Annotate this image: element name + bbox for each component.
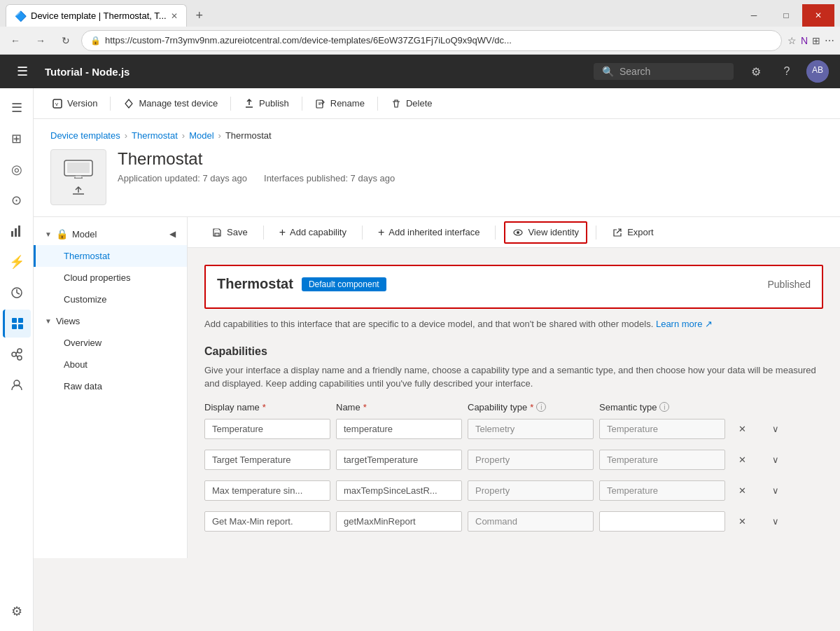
nav-model-section[interactable]: ▼ 🔒 Model ◀ xyxy=(34,223,187,245)
version-button[interactable]: v Version xyxy=(45,94,104,113)
maximize-button[interactable]: □ xyxy=(770,4,802,27)
sidebar-item-device-templates[interactable] xyxy=(3,310,31,338)
semantic-type-info-icon[interactable]: i xyxy=(659,402,669,412)
learn-more-link[interactable]: Learn more ↗ xyxy=(656,319,713,329)
nav-item-overview[interactable]: Overview xyxy=(34,332,187,354)
capability-type-input-0[interactable] xyxy=(468,419,594,439)
add-capability-plus-icon: + xyxy=(279,226,286,239)
manage-test-device-button[interactable]: Manage test device xyxy=(116,94,225,113)
nav-item-raw-data[interactable]: Raw data xyxy=(34,375,187,397)
expand-row-3-button[interactable]: ∨ xyxy=(764,511,787,533)
avatar[interactable] xyxy=(806,60,829,83)
name-input-1[interactable] xyxy=(336,450,462,470)
sidebar-item-administration[interactable] xyxy=(3,371,31,399)
views-section-label: Views xyxy=(56,316,80,326)
semantic-type-input-3[interactable] xyxy=(599,511,725,532)
publish-icon xyxy=(244,98,255,109)
onenote-icon[interactable]: N xyxy=(801,35,808,46)
sidebar-item-analytics[interactable] xyxy=(3,217,31,245)
breadcrumb-device-templates[interactable]: Device templates xyxy=(50,130,120,141)
delete-row-2-button[interactable]: ✕ xyxy=(731,480,753,502)
sidebar-item-settings-bottom[interactable]: ⚙ xyxy=(3,597,31,625)
svg-rect-7 xyxy=(18,318,23,323)
browser-tab[interactable]: 🔷 Device template | Thermostat, T... ✕ xyxy=(6,4,187,27)
right-panel: Save + Add capability + Add inherited in… xyxy=(188,217,840,558)
action-sep-3 xyxy=(495,226,496,240)
sidebar-item-menu[interactable]: ☰ xyxy=(3,94,31,122)
nav-item-thermostat[interactable]: Thermostat xyxy=(34,245,187,267)
capability-type-input-1[interactable] xyxy=(468,450,594,470)
sidebar-item-rules[interactable]: ⚡ xyxy=(3,248,31,276)
view-identity-button[interactable]: View identity xyxy=(504,221,587,244)
capability-type-input-3[interactable] xyxy=(468,511,594,532)
component-box: Thermostat Default component Published xyxy=(204,265,823,309)
expand-row-2-button[interactable]: ∨ xyxy=(764,480,787,502)
forward-button[interactable]: → xyxy=(31,31,50,50)
search-input[interactable] xyxy=(620,66,724,77)
display-name-input-1[interactable] xyxy=(204,450,330,470)
device-upload-icon xyxy=(70,184,87,195)
svg-rect-6 xyxy=(12,318,17,323)
nav-item-customize[interactable]: Customize xyxy=(34,289,187,310)
nav-item-cloud-properties[interactable]: Cloud properties xyxy=(34,267,187,289)
capability-type-info-icon[interactable]: i xyxy=(536,402,546,412)
breadcrumb-thermostat[interactable]: Thermostat xyxy=(132,130,178,141)
breadcrumb-model[interactable]: Model xyxy=(189,130,214,141)
new-tab-button[interactable]: + xyxy=(190,6,209,25)
display-name-input-0[interactable] xyxy=(204,419,330,439)
nav-views-section[interactable]: ▼ Views xyxy=(34,310,187,332)
minimize-button[interactable]: ─ xyxy=(738,4,770,27)
collections-icon[interactable]: ⊞ xyxy=(812,35,820,46)
delete-row-3-button[interactable]: ✕ xyxy=(731,511,753,533)
name-input-3[interactable] xyxy=(336,511,462,532)
add-capability-button[interactable]: + Add capability xyxy=(272,222,354,243)
expand-row-1-button[interactable]: ∨ xyxy=(764,449,787,471)
display-name-input-3[interactable] xyxy=(204,511,330,532)
svg-rect-0 xyxy=(11,231,13,237)
save-button[interactable]: Save xyxy=(204,223,255,242)
capability-row-command: ✕ ∨ xyxy=(204,511,823,533)
expand-row-0-button[interactable]: ∨ xyxy=(764,418,787,441)
sidebar-item-jobs[interactable] xyxy=(3,279,31,307)
close-button[interactable]: ✕ xyxy=(802,4,834,27)
address-bar[interactable]: 🔒 https://custom-7rn3ymv9nm.azureiotcent… xyxy=(81,30,782,51)
col-name: Name * xyxy=(336,402,462,412)
rename-button[interactable]: Rename xyxy=(308,94,372,113)
export-button[interactable]: Export xyxy=(605,223,661,242)
nav-collapse-button[interactable]: ◀ xyxy=(169,229,176,239)
sidebar-item-device-groups[interactable]: ⊙ xyxy=(3,186,31,214)
delete-row-0-button[interactable]: ✕ xyxy=(731,418,753,441)
back-button[interactable]: ← xyxy=(6,31,25,50)
settings-icon[interactable]: ⚙ xyxy=(745,60,767,83)
breadcrumb-current: Thermostat xyxy=(225,130,272,141)
name-input-0[interactable] xyxy=(336,419,462,439)
sidebar-item-data-export[interactable] xyxy=(3,340,31,368)
favorites-icon[interactable]: ☆ xyxy=(788,35,797,46)
semantic-type-input-2[interactable] xyxy=(599,480,725,501)
tab-close-button[interactable]: ✕ xyxy=(171,11,178,21)
display-name-input-2[interactable] xyxy=(204,480,330,501)
help-icon[interactable]: ? xyxy=(776,60,798,83)
capability-type-input-2[interactable] xyxy=(468,480,594,501)
tab-icon: 🔷 xyxy=(15,11,27,22)
breadcrumb-sep-3: › xyxy=(218,130,221,141)
svg-point-12 xyxy=(18,356,22,360)
semantic-type-input-1[interactable] xyxy=(599,450,725,470)
search-bar[interactable]: 🔍 xyxy=(594,63,734,80)
delete-button[interactable]: Delete xyxy=(384,94,440,113)
sidebar-item-devices[interactable]: ◎ xyxy=(3,155,31,183)
add-inherited-interface-button[interactable]: + Add inherited interface xyxy=(371,222,486,243)
semantic-type-input-0[interactable] xyxy=(599,419,725,439)
delete-row-1-button[interactable]: ✕ xyxy=(731,449,753,471)
hamburger-icon[interactable]: ☰ xyxy=(17,64,28,79)
app-bar-icons: ⚙ ? xyxy=(745,60,829,83)
publish-button[interactable]: Publish xyxy=(237,94,296,113)
refresh-button[interactable]: ↻ xyxy=(56,31,76,50)
address-bar-icons: ☆ N ⊞ ⋯ xyxy=(788,35,834,46)
rename-label: Rename xyxy=(330,98,365,109)
sidebar-item-dashboard[interactable]: ⊞ xyxy=(3,125,31,153)
nav-item-about[interactable]: About xyxy=(34,354,187,375)
add-capability-label: Add capability xyxy=(290,227,346,237)
name-input-2[interactable] xyxy=(336,480,462,501)
more-icon[interactable]: ⋯ xyxy=(825,35,834,46)
